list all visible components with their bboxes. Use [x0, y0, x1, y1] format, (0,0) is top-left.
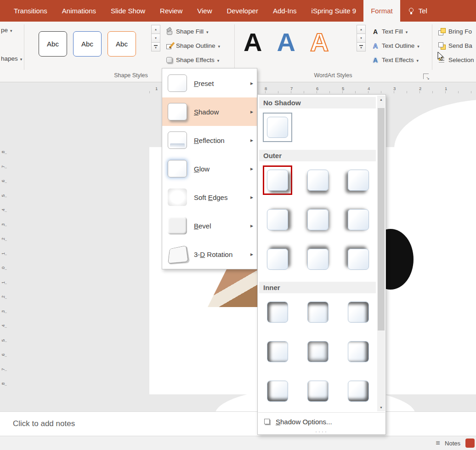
tell-me-box[interactable]: Tel: [400, 0, 427, 22]
tab-view[interactable]: View: [190, 0, 219, 22]
button-merge-shapes-partial[interactable]: hapes: [1, 55, 22, 62]
status-red-badge-icon[interactable]: [465, 439, 475, 448]
button-shape-effects[interactable]: Shape Effects: [163, 54, 223, 66]
button-edit-shape-partial[interactable]: pe: [1, 27, 12, 34]
shape-style-preset-3[interactable]: Abc: [108, 31, 136, 57]
menu-item-3-d-rotation[interactable]: 3-D Rotation: [162, 240, 257, 268]
tab-transitions[interactable]: Transitions: [6, 0, 55, 22]
tab-ispring-suite-9[interactable]: iSpring Suite 9: [304, 0, 364, 22]
offset-center-option[interactable]: [303, 205, 333, 234]
offset-right-thumbnail-icon: [267, 209, 288, 230]
scroll-down-arrow-icon[interactable]: [377, 404, 385, 411]
flyout-scrollbar[interactable]: [377, 96, 385, 411]
wordart-dialog-launcher-icon[interactable]: [423, 74, 429, 79]
button-shape-fill[interactable]: Shape Fill: [163, 26, 223, 37]
inside-bottom-right-option[interactable]: [344, 376, 373, 406]
shadow-options-icon: [264, 418, 271, 426]
send-backward-icon: [438, 42, 446, 50]
wordart-gallery: AAA: [244, 27, 329, 57]
wordart-style-black-fill[interactable]: A: [244, 29, 262, 55]
resize-grip[interactable]: [258, 429, 385, 434]
lightbulb-icon: [408, 7, 415, 15]
offset-top-right-option[interactable]: [263, 245, 292, 274]
gallery-more-button[interactable]: [151, 42, 160, 51]
menu-item-preset[interactable]: Preset: [162, 69, 257, 97]
offset-left-thumbnail-icon: [348, 209, 369, 230]
button-label: Send Ba: [448, 42, 472, 49]
gallery-scroll-down-button[interactable]: [151, 34, 160, 43]
wordart-style-orange-outline[interactable]: A: [310, 29, 329, 55]
inside-left-option[interactable]: [263, 337, 292, 366]
tab-developer[interactable]: Developer: [220, 0, 266, 22]
tab-add-ins[interactable]: Add-Ins: [266, 0, 304, 22]
ruler-number: 1: [0, 252, 6, 254]
button-shape-outline[interactable]: Shape Outline: [163, 40, 223, 51]
dropdown-caret-icon: [206, 28, 209, 35]
offset-bottom-left-option[interactable]: [344, 165, 373, 195]
menu-item-glow[interactable]: Glow: [162, 154, 257, 183]
scroll-up-arrow-icon[interactable]: [377, 96, 385, 103]
offset-top-thumbnail-icon: [307, 249, 329, 270]
gallery-more-button[interactable]: [357, 42, 366, 51]
ruler-number: 6: [0, 353, 6, 356]
inside-top-thumbnail-icon: [307, 302, 329, 323]
ruler-number: 7: [0, 368, 6, 370]
tab-animations[interactable]: Animations: [55, 0, 103, 22]
offset-right-option[interactable]: [263, 205, 292, 234]
ruler-number: 5: [0, 339, 6, 341]
notes-placeholder: Click to add notes: [13, 419, 75, 428]
no-shadow-option[interactable]: [263, 113, 292, 142]
ruler-number: 4: [0, 209, 6, 211]
shape-style-gallery-scroll: [151, 25, 160, 51]
button-bring-fo[interactable]: Bring Fo: [436, 26, 476, 37]
tab-review[interactable]: Review: [153, 0, 190, 22]
gallery-scroll-up-button[interactable]: [151, 25, 160, 34]
inside-center-option[interactable]: [303, 337, 333, 366]
scrollbar-thumb[interactable]: [378, 108, 385, 330]
status-notes-button[interactable]: Notes: [445, 440, 460, 447]
offset-bottom-right-option[interactable]: [263, 165, 292, 195]
shape-style-preset-1[interactable]: Abc: [39, 31, 67, 57]
wordart-gallery-scroll: [357, 25, 366, 51]
inside-top-right-thumbnail-icon: [348, 302, 369, 323]
ruler-number: 1: [0, 281, 6, 283]
ribbon-tabs: TransitionsAnimationsSlide ShowReviewVie…: [0, 0, 400, 22]
wordart-style-blue-fill[interactable]: A: [277, 29, 295, 55]
text-outline-a-icon: [372, 42, 379, 50]
offset-top-left-option[interactable]: [344, 245, 373, 274]
button-text-fill[interactable]: Text Fill: [369, 26, 422, 37]
button-send-ba[interactable]: Send Ba: [436, 40, 476, 51]
inside-bottom-left-option[interactable]: [263, 376, 292, 406]
ruler-number: 0: [0, 267, 6, 269]
gallery-scroll-up-button[interactable]: [357, 25, 366, 34]
offset-center-thumbnail-icon: [307, 209, 329, 230]
gallery-scroll-down-button[interactable]: [357, 34, 366, 43]
menu-item-reflection[interactable]: Reflection: [162, 126, 257, 154]
offset-left-option[interactable]: [344, 205, 373, 234]
notes-pane[interactable]: Click to add notes: [0, 411, 476, 436]
group-separator: [234, 24, 235, 70]
inside-top-option[interactable]: [303, 297, 333, 327]
inside-right-option[interactable]: [344, 337, 373, 366]
tab-format[interactable]: Format: [363, 0, 400, 22]
ruler-number: 5: [342, 86, 344, 91]
button-text-outline[interactable]: Text Outline: [369, 40, 422, 51]
menu-item-bevel[interactable]: Bevel: [162, 211, 257, 240]
shape-style-preset-2[interactable]: Abc: [73, 31, 102, 57]
ruler-number: 5: [0, 194, 6, 196]
inside-bottom-thumbnail-icon: [307, 381, 329, 402]
inside-right-thumbnail-icon: [348, 341, 369, 362]
offset-top-option[interactable]: [303, 245, 333, 274]
offset-bottom-option[interactable]: [303, 165, 333, 195]
dropdown-caret-icon: [218, 42, 221, 49]
tab-slide-show[interactable]: Slide Show: [103, 0, 153, 22]
menu-item-soft-edges[interactable]: Soft Edges: [162, 183, 257, 211]
submenu-arrow-icon: [250, 80, 253, 86]
inside-top-right-option[interactable]: [344, 297, 373, 327]
dropdown-caret-icon: [406, 28, 408, 35]
button-text-effects[interactable]: Text Effects: [369, 54, 422, 66]
inside-top-left-option[interactable]: [263, 297, 292, 327]
inside-bottom-option[interactable]: [303, 376, 333, 406]
gallery-grid-outer: [258, 163, 377, 280]
menu-item-shadow[interactable]: Shadow: [162, 97, 257, 126]
